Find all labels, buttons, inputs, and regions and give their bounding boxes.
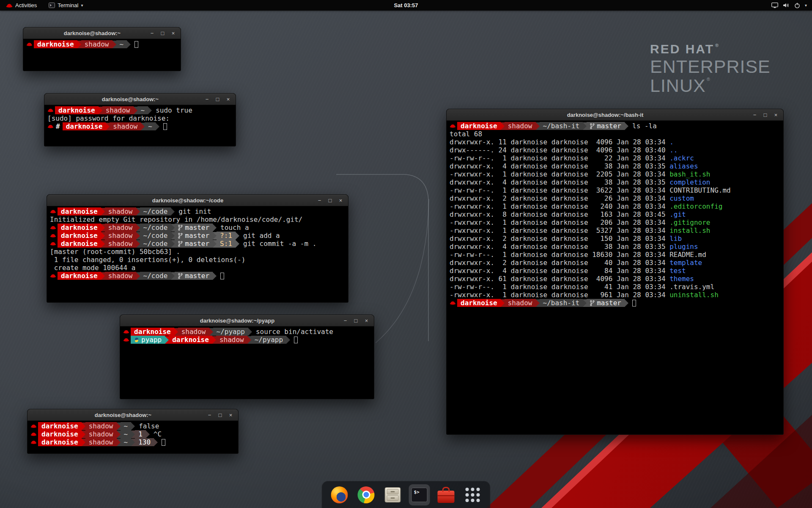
minimize-button[interactable]: − [751, 111, 759, 119]
window-terminal-home-small[interactable]: darknoise@shadow:~−□×darknoiseshadow~ [23, 27, 181, 71]
powerline-separator [583, 299, 587, 307]
chevron-down-icon[interactable]: ▾ [805, 3, 807, 8]
prompt-segment-host: shadow [105, 240, 136, 248]
dock-item-software[interactable] [436, 484, 457, 505]
prompt-segment-git: master [175, 272, 213, 280]
maximize-button[interactable]: □ [326, 196, 334, 204]
window-controls: −□× [206, 411, 238, 419]
powerline-separator [625, 122, 628, 130]
close-button[interactable]: × [362, 317, 370, 325]
prompt-segment-host: shadow [505, 122, 536, 130]
output-text: aliases [669, 162, 698, 170]
terminal-line: darknoiseshadow~/bash-itmaster [450, 299, 780, 307]
minimize-button[interactable]: − [315, 196, 324, 204]
output-text: -rwxrwxr-x. 1 darknoise darknoise 2205 J… [450, 170, 669, 178]
terminal-line: -rw-rw-r--. 1 darknoise darknoise 3622 J… [450, 186, 780, 194]
redhat-prompt-icon [30, 439, 37, 445]
prompt-segment-git: master [587, 299, 625, 307]
dock-item-app-grid[interactable] [462, 484, 483, 505]
powerline-separator [213, 272, 217, 280]
window-terminal-sudo[interactable]: darknoise@shadow:~−□×darknoiseshadow~sud… [44, 93, 236, 146]
activities-button[interactable]: Activities [4, 0, 38, 11]
software-icon [438, 491, 455, 503]
output-text: uninstall.sh [669, 291, 719, 299]
minimize-button[interactable]: − [206, 411, 214, 419]
minimize-button[interactable]: − [203, 95, 211, 103]
dock-item-chrome[interactable] [356, 484, 377, 505]
output-text: total 68 [450, 130, 482, 138]
window-terminal-exitcodes[interactable]: darknoise@shadow:~−□×darknoiseshadow~fal… [27, 409, 239, 454]
window-titlebar[interactable]: darknoise@shadow:~/code−□× [47, 195, 348, 206]
top-bar: Activities Terminal ▾ Sat 03:57 ▾ [0, 0, 812, 11]
close-button[interactable]: × [227, 411, 235, 419]
close-button[interactable]: × [224, 95, 232, 103]
prompt-segment-path: ~ [137, 106, 148, 114]
output-text: [sudo] password for darknoise: [47, 114, 170, 122]
powerline-separator [213, 224, 217, 232]
rhel-wordmark-enterprise: ENTERPRISE [650, 57, 771, 76]
output-text: create mode 100644 a [50, 264, 135, 272]
clock[interactable]: Sat 03:57 [0, 2, 812, 8]
volume-icon[interactable] [783, 3, 790, 8]
window-terminal-code[interactable]: darknoise@shadow:~/code−□×darknoiseshado… [47, 194, 348, 303]
window-terminal-bash-it[interactable]: darknoise@shadow:~/bash-it−□×darknoisesh… [446, 109, 784, 435]
command-text: false [135, 422, 159, 430]
prompt-segment-git: master [175, 232, 213, 240]
window-titlebar[interactable]: darknoise@shadow:~/bash-it−□× [447, 109, 783, 121]
minimize-button[interactable]: − [148, 29, 156, 37]
powerline-separator [131, 439, 135, 446]
prompt-segment-git: master [175, 224, 213, 232]
close-button[interactable]: × [772, 111, 780, 119]
maximize-button[interactable]: □ [159, 29, 167, 37]
terminal-line: pyappdarknoiseshadow~/pyapp [123, 336, 371, 344]
window-titlebar[interactable]: darknoise@shadow:~/pyapp−□× [120, 315, 374, 326]
maximize-button[interactable]: □ [214, 95, 222, 103]
command-text: git commit -a -m . [239, 240, 316, 248]
prompt-segment-host: shadow [505, 299, 536, 307]
redhat-prompt-icon [26, 41, 33, 47]
output-text: -rw-rw-r--. 1 darknoise darknoise 18630 … [450, 251, 669, 259]
output-text: bash_it.sh [669, 170, 710, 178]
window-titlebar[interactable]: darknoise@shadow:~−□× [23, 28, 181, 39]
powerline-separator [112, 41, 116, 48]
power-icon[interactable] [794, 3, 800, 8]
prompt-segment-host: shadow [178, 328, 209, 336]
window-terminal-pyapp[interactable]: darknoise@shadow:~/pyapp−□×darknoiseshad… [120, 315, 374, 399]
prompt-segment-user: darknoise [58, 240, 101, 248]
terminal-screen[interactable]: darknoiseshadow~falsedarknoiseshadow~1^C… [27, 421, 238, 447]
window-titlebar[interactable]: darknoise@shadow:~−□× [44, 94, 236, 105]
files-icon [385, 487, 401, 502]
terminal-screen[interactable]: darknoiseshadow~/bash-itmasterls -latota… [447, 121, 783, 308]
terminal-line: [sudo] password for darknoise: [47, 114, 233, 122]
prompt-segment-user: darknoise [58, 272, 101, 280]
powerline-separator [117, 439, 121, 446]
terminal-screen[interactable]: darknoiseshadow~sudo true[sudo] password… [44, 105, 236, 132]
terminal-screen[interactable]: darknoiseshadow~/pyappsource bin/activat… [120, 326, 374, 345]
app-menu[interactable]: Terminal ▾ [47, 0, 85, 11]
terminal-line: darknoiseshadow~sudo true [47, 106, 233, 114]
powerline-separator [136, 272, 140, 280]
maximize-button[interactable]: □ [216, 411, 224, 419]
maximize-button[interactable]: □ [352, 317, 360, 325]
output-text: README.md [669, 251, 706, 259]
maximize-button[interactable]: □ [761, 111, 769, 119]
terminal-screen[interactable]: darknoiseshadow~/codegit initInitialized… [47, 206, 348, 281]
terminal-screen[interactable]: darknoiseshadow~ [23, 39, 181, 50]
powerline-separator [101, 232, 105, 240]
output-text: drwx------. 24 darknoise darknoise 4096 … [450, 146, 669, 154]
dock-item-files[interactable] [382, 484, 403, 505]
window-titlebar[interactable]: darknoise@shadow:~−□× [27, 409, 238, 421]
prompt-segment-user: darknoise [58, 232, 101, 240]
dock-item-firefox[interactable] [329, 484, 350, 505]
display-icon[interactable] [771, 3, 778, 8]
close-button[interactable]: × [169, 29, 177, 37]
prompt-segment-path: ~/code [140, 240, 171, 248]
prompt-segment-user: darknoise [38, 438, 82, 446]
dock-item-terminal[interactable]: $> [409, 484, 430, 505]
close-button[interactable]: × [337, 196, 345, 204]
output-text: -rw-rw-r--. 1 darknoise darknoise 3622 J… [450, 186, 669, 194]
prompt-segment-path: ~/pyapp [213, 328, 248, 336]
terminal-line: drwxrwxr-x. 4 darknoise darknoise 38 Jan… [450, 162, 780, 170]
minimize-button[interactable]: − [341, 317, 349, 325]
powerline-separator [77, 41, 81, 48]
